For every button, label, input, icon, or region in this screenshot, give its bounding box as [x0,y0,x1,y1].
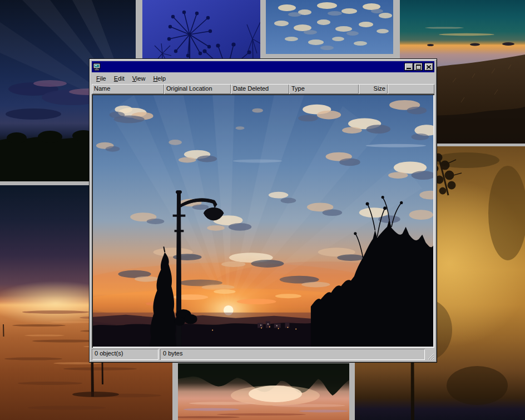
recycle-bin-window: File Edit View Help Name Original Locati… [89,58,437,363]
close-icon [427,65,431,69]
computer-icon[interactable] [93,63,101,71]
column-header-type[interactable]: Type [289,84,359,94]
column-header-original-location[interactable]: Original Location [164,84,231,94]
window-titlebar[interactable] [92,61,434,72]
status-size: 0 bytes [160,349,425,360]
column-header-date-deleted[interactable]: Date Deleted [231,84,289,94]
column-header-size[interactable]: Size [359,84,388,94]
resize-grip[interactable] [427,349,434,360]
bg-photo-scattered-clouds [266,0,393,54]
statusbar: 0 object(s) 0 bytes [92,348,434,360]
minimize-icon [407,68,411,69]
menu-item-edit[interactable]: Edit [111,74,129,83]
column-header-row: Name Original Location Date Deleted Type… [92,84,434,94]
list-viewport[interactable] [92,94,434,348]
menu-item-file[interactable]: File [93,74,111,83]
menu-item-view[interactable]: View [129,74,150,83]
menu-item-help[interactable]: Help [150,74,170,83]
close-button[interactable] [424,63,433,71]
bg-photo-water-reflection [178,363,349,420]
resize-grip-icon [427,353,434,360]
column-header-name[interactable]: Name [92,84,164,94]
status-object-count: 0 object(s) [92,349,159,360]
column-header-filler [388,84,434,94]
maximize-button[interactable] [414,63,423,71]
maximize-icon [416,65,421,70]
sunset-lamppost-photo [93,95,433,347]
menubar: File Edit View Help [92,72,434,84]
minimize-button[interactable] [404,63,413,71]
